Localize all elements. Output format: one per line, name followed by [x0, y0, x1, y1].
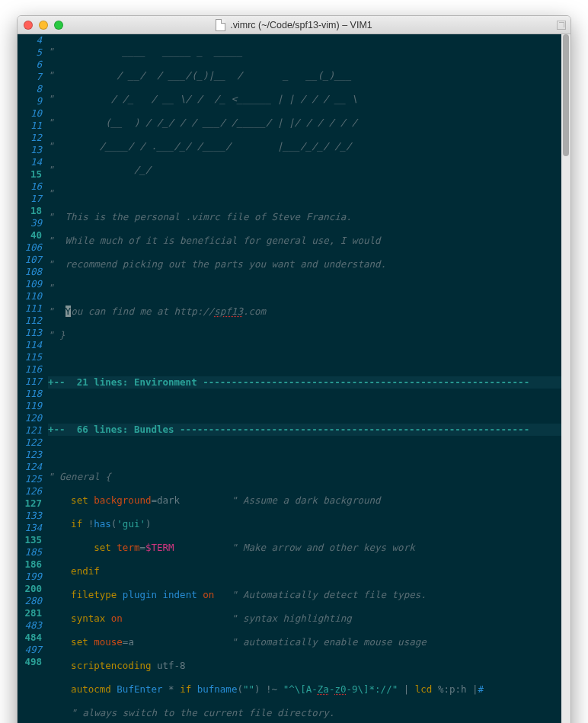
code-line: set background=dark " Assume a dark back…: [48, 494, 570, 507]
code-line: autocmd BufEnter * if bufname("") !~ "^\…: [48, 683, 570, 696]
code-line: set mouse=a " automatically enable mouse…: [48, 636, 570, 648]
code-line: " You can find me at http://spf13.com: [48, 306, 570, 318]
code-line: syntax on " syntax highlighting: [48, 613, 570, 625]
code-line: " /_/: [48, 164, 570, 176]
code-line: " (__ ) / /_/ / / ___/ /_____/ | |/ / / …: [48, 117, 570, 129]
buffer-content[interactable]: " ____ _____ _ _____ " / __/ / ___/(_)|_…: [46, 34, 570, 723]
code-line: " / /_ / __ \/ / /_ <______ | | / / / __…: [48, 93, 570, 105]
code-line: set term=$TERM " Make arrow and other ke…: [48, 542, 570, 554]
code-line: " While much of it is beneficial for gen…: [48, 235, 570, 247]
document-icon: [216, 19, 225, 31]
fold-line[interactable]: +-- 66 lines: Bundles ------------------…: [48, 424, 570, 436]
code-line: [48, 400, 570, 412]
code-line: scriptencoding utf-8: [48, 660, 570, 672]
code-line: if !has('gui'): [48, 518, 570, 530]
window-title: .vimrc (~/Code/spf13-vim) – VIM1: [18, 19, 570, 31]
scroll-thumb[interactable]: [563, 34, 569, 156]
code-line: " }: [48, 329, 570, 341]
code-line: filetype plugin indent on " Automaticall…: [48, 589, 570, 601]
line-number-gutter: 4 5 6 7 8 9 10 11 12 13 14 15 16 17 18 3…: [18, 34, 46, 723]
code-line: ": [48, 187, 570, 200]
code-line: " recommend picking out the parts you wa…: [48, 258, 570, 270]
editor-viewport[interactable]: 4 5 6 7 8 9 10 11 12 13 14 15 16 17 18 3…: [18, 34, 570, 723]
cursor: Y: [66, 306, 72, 317]
window-title-text: .vimrc (~/Code/spf13-vim) – VIM1: [230, 20, 372, 30]
code-line: " /____/ / .___/_/ /____/ |___/_/_/ /_/: [48, 140, 570, 152]
code-line: ": [48, 282, 570, 294]
terminal-window: .vimrc (~/Code/spf13-vim) – VIM1 4 5 6 7…: [17, 15, 571, 723]
code-line: endif: [48, 565, 570, 577]
code-line: [48, 353, 570, 365]
code-line: " This is the personal .vimrc file of St…: [48, 211, 570, 223]
fold-line[interactable]: +-- 21 lines: Environment --------------…: [48, 376, 570, 389]
scrollbar[interactable]: [561, 34, 570, 723]
titlebar[interactable]: .vimrc (~/Code/spf13-vim) – VIM1: [18, 16, 570, 34]
code-line: " General {: [48, 471, 570, 483]
code-line: " ____ _____ _ _____: [48, 46, 570, 58]
maximize-icon[interactable]: [557, 21, 566, 30]
code-line: " / __/ / ___/(_)|__ / _ __(_)___: [48, 69, 570, 82]
code-line: " always switch to the current file dire…: [48, 707, 570, 719]
code-line: [48, 447, 570, 459]
